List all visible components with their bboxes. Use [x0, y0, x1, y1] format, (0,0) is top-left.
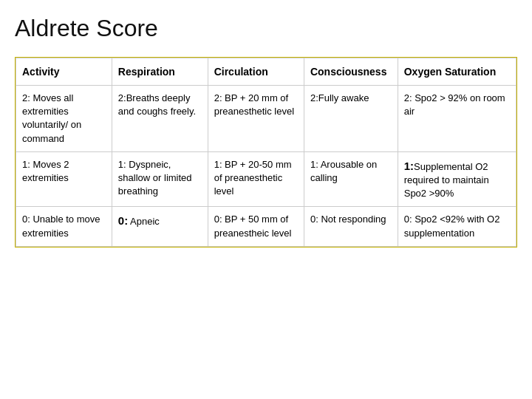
respiration-0-prefix: 0:: [118, 214, 128, 227]
table-row: 0: Unable to move extremities 0: Apneic …: [16, 207, 516, 246]
table-header-row: Activity Respiration Circulation Conscio…: [16, 58, 516, 86]
cell-circulation-0: 0: BP + 50 mm of preanestheic level: [208, 207, 304, 246]
cell-respiration-1: 1: Dyspneic, shallow or limited breathin…: [112, 151, 208, 207]
header-respiration: Respiration: [112, 58, 208, 86]
cell-oxygen-0: 0: Spo2 <92% with O2 supplementation: [398, 207, 516, 246]
header-oxygen: Oxygen Saturation: [398, 58, 516, 86]
activity-0-suffix: extremities: [22, 228, 69, 239]
cell-circulation-1: 1: BP + 20-50 mm of preanesthetic level: [208, 151, 304, 207]
oxygen-1-text: Supplemental O2 required to maintain Spo…: [404, 161, 489, 199]
page-title: Aldrete Score: [15, 15, 517, 42]
cell-oxygen-2: 2: Spo2 > 92% on room air: [398, 86, 516, 152]
cell-oxygen-1: 1:Supplemental O2 required to maintain S…: [398, 151, 516, 207]
cell-activity-1: 1: Moves 2 extremities: [16, 151, 112, 207]
cell-activity-2: 2: Moves all extremities voluntarily/ on…: [16, 86, 112, 152]
cell-activity-0: 0: Unable to move extremities: [16, 207, 112, 246]
cell-circulation-2: 2: BP + 20 mm of preanesthetic level: [208, 86, 304, 152]
activity-0-text: 0: Unable to move: [22, 214, 100, 225]
table-row: 2: Moves all extremities voluntarily/ on…: [16, 86, 516, 152]
cell-respiration-2: 2:Breaths deeply and coughs freely.: [112, 86, 208, 152]
respiration-0-text: Apneic: [130, 216, 160, 227]
aldrete-score-table: Activity Respiration Circulation Conscio…: [16, 58, 516, 247]
cell-respiration-0: 0: Apneic: [112, 207, 208, 246]
cell-consciousness-1: 1: Arousable on calling: [304, 151, 398, 207]
cell-consciousness-2: 2:Fully awake: [304, 86, 398, 152]
header-activity: Activity: [16, 58, 112, 86]
cell-consciousness-0: 0: Not responding: [304, 207, 398, 246]
table-row: 1: Moves 2 extremities 1: Dyspneic, shal…: [16, 151, 516, 207]
oxygen-1-prefix: 1:: [404, 160, 414, 172]
score-table-wrapper: Activity Respiration Circulation Conscio…: [15, 57, 517, 248]
header-circulation: Circulation: [208, 58, 304, 86]
header-consciousness: Consciousness: [304, 58, 398, 86]
